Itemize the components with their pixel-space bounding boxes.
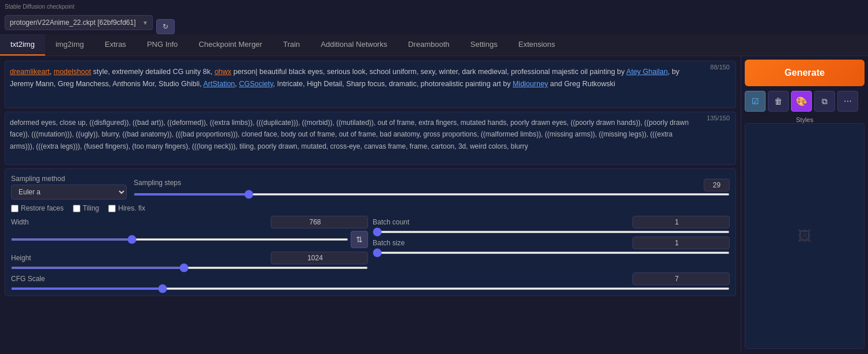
options-row: Restore faces Tiling Hires. fix: [11, 204, 730, 212]
batch-size-label: Batch size: [373, 239, 404, 247]
styles-palette-button[interactable]: 🎨: [791, 91, 812, 112]
right-panel: Generate ☑ 🗑 🎨 ⧉ ⋯ Styles 🖼: [741, 56, 868, 352]
hl-modelshoot: modelshoot: [54, 68, 91, 76]
styles-checkbox-button[interactable]: ☑: [745, 91, 766, 112]
restore-faces-option[interactable]: Restore faces: [11, 204, 64, 212]
styles-trash-button[interactable]: 🗑: [768, 91, 789, 112]
width-slider[interactable]: [11, 238, 348, 241]
hires-fix-checkbox[interactable]: [108, 205, 116, 212]
height-slider[interactable]: [11, 267, 368, 269]
batch-count-input[interactable]: [632, 216, 730, 228]
styles-icons-row: ☑ 🗑 🎨 ⧉ ⋯: [745, 91, 865, 112]
hl-ohwx: ohwx: [215, 68, 231, 76]
hires-fix-option[interactable]: Hires. fix: [108, 204, 145, 212]
negative-prompt-counter: 135/150: [704, 115, 732, 121]
checkpoint-label: Stable Diffusion checkpoint: [5, 3, 175, 10]
generate-button[interactable]: Generate: [745, 60, 865, 86]
negative-prompt-wrapper: 135/150 deformed eyes, close up, ((disfi…: [5, 112, 736, 165]
batch-count-slider[interactable]: [373, 231, 730, 233]
hl-artstation: ArtStation: [203, 80, 235, 88]
refresh-button[interactable]: ↻: [156, 19, 175, 34]
cfg-scale-input[interactable]: [632, 272, 730, 285]
cfg-scale-slider[interactable]: [11, 287, 730, 290]
tab-png-info[interactable]: PNG Info: [137, 34, 188, 56]
positive-prompt-counter: 88/150: [708, 64, 732, 71]
swap-dimensions-button[interactable]: ⇅: [351, 231, 368, 248]
width-label: Width: [11, 218, 29, 226]
left-panel: 88/150 dreamlikeart, modelshoot style, e…: [0, 56, 741, 352]
batch-size-group: Batch size: [373, 237, 730, 254]
settings-section: Sampling method Euler a Sampling steps 2…: [5, 168, 736, 296]
hl-midjourney: Midjourney: [513, 80, 548, 88]
styles-copy-button[interactable]: ⧉: [814, 91, 835, 112]
main-layout: 88/150 dreamlikeart, modelshoot style, e…: [0, 56, 868, 352]
height-label: Height: [11, 254, 31, 262]
tab-settings[interactable]: Settings: [460, 34, 508, 56]
sampling-steps-slider[interactable]: [134, 193, 730, 196]
tiling-checkbox[interactable]: [73, 205, 80, 212]
tabs-bar: txt2img img2img Extras PNG Info Checkpoi…: [0, 34, 868, 56]
tab-img2img[interactable]: img2img: [45, 34, 94, 56]
positive-prompt-display[interactable]: dreamlikeart, modelshoot style, extremel…: [5, 61, 735, 108]
tab-train[interactable]: Train: [273, 34, 310, 56]
batch-count-group: Batch count: [373, 216, 730, 233]
tab-dreambooth[interactable]: Dreambooth: [398, 34, 460, 56]
hl-cgsociety: CGSociety: [239, 80, 273, 88]
restore-faces-label: Restore faces: [21, 204, 64, 212]
tiling-option[interactable]: Tiling: [73, 204, 99, 212]
width-group: Width ⇅: [11, 216, 368, 248]
tiling-label: Tiling: [83, 204, 99, 212]
checkpoint-select[interactable]: protogenV22Anime_22.ckpt [62bf9cfd61]: [5, 15, 153, 30]
cfg-scale-label: CFG Scale: [11, 275, 45, 283]
height-group: Height: [11, 252, 368, 269]
batch-size-input[interactable]: [632, 237, 730, 249]
positive-prompt-wrapper: 88/150 dreamlikeart, modelshoot style, e…: [5, 61, 736, 108]
height-input[interactable]: [271, 252, 368, 264]
tab-extensions[interactable]: Extensions: [508, 34, 566, 56]
styles-more-button[interactable]: ⋯: [837, 91, 858, 112]
batch-count-label: Batch count: [373, 218, 409, 226]
batch-size-slider[interactable]: [373, 252, 730, 254]
negative-prompt-display[interactable]: deformed eyes, close up, ((disfigured)),…: [5, 112, 735, 164]
hl-atey: Atey Ghailan: [626, 68, 668, 76]
top-bar: Stable Diffusion checkpoint protogenV22A…: [0, 0, 868, 34]
dimension-batch-grid: Width ⇅ Height: [11, 216, 730, 269]
sampling-method-select[interactable]: Euler a: [11, 185, 127, 200]
sampling-row: Sampling method Euler a Sampling steps 2…: [11, 175, 730, 200]
hl-dreamlikeart: dreamlikeart: [10, 68, 50, 76]
tab-checkpoint-merger[interactable]: Checkpoint Merger: [188, 34, 273, 56]
output-area: 🖼: [745, 123, 865, 349]
output-placeholder-icon: 🖼: [798, 228, 812, 244]
cfg-scale-group: CFG Scale: [11, 272, 730, 290]
restore-faces-checkbox[interactable]: [11, 205, 19, 212]
hires-fix-label: Hires. fix: [118, 204, 145, 212]
tab-txt2img[interactable]: txt2img: [0, 34, 45, 56]
tab-extras[interactable]: Extras: [94, 34, 137, 56]
styles-label: Styles: [745, 116, 865, 123]
sampling-method-label: Sampling method: [11, 175, 127, 183]
width-input[interactable]: [271, 216, 368, 228]
tab-additional-networks[interactable]: Additional Networks: [310, 34, 398, 56]
